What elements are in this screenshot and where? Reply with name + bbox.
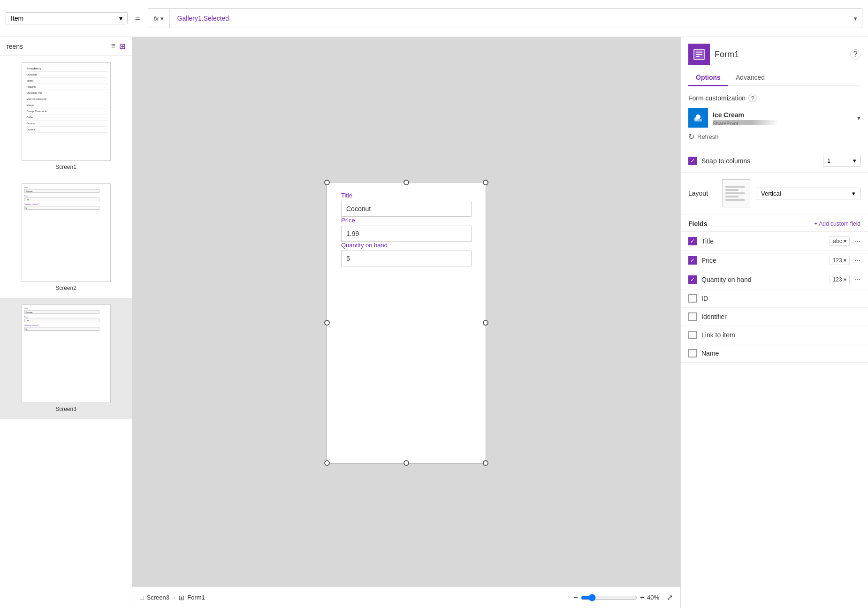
datasource-chevron[interactable]: ▾ [857, 114, 860, 122]
qty-field-input[interactable] [341, 251, 472, 266]
zoom-minus-btn[interactable]: − [573, 593, 578, 602]
handle-bottom-left[interactable] [324, 460, 330, 466]
screen1-item[interactable]: Strawberry Chocolate› Vanilla› Pistachio… [0, 56, 132, 177]
right-panel-header: Form1 ? [681, 37, 868, 65]
equals-sign: = [131, 14, 144, 23]
left-panel-header: reens ≡ ⊞ [0, 37, 132, 56]
price-field-name: Price [701, 257, 825, 264]
field-row-qty: ✓ Quantity on hand 123 ▾ ··· [681, 270, 868, 289]
qty-field-type[interactable]: 123 ▾ [830, 275, 850, 284]
handle-top-right[interactable] [483, 180, 488, 185]
screens-title: reens [7, 43, 23, 50]
price-field-type[interactable]: 123 ▾ [830, 256, 850, 265]
form-breadcrumb-label: Form1 [187, 594, 205, 601]
help-icon[interactable]: ? [850, 49, 860, 60]
field-group-price: Price [341, 217, 472, 242]
price-field-checkbox[interactable]: ✓ [688, 256, 697, 265]
handle-bottom-right[interactable] [483, 460, 488, 466]
qty-field-checkbox[interactable]: ✓ [688, 275, 697, 284]
screen1-thumbnail: Strawberry Chocolate› Vanilla› Pistachio… [22, 62, 111, 161]
handle-top-center[interactable] [404, 180, 409, 185]
formula-chevron[interactable]: ▾ [849, 15, 862, 22]
bottom-bar: □ Screen3 › ⊞ Form1 − + 40% ⤢ [132, 586, 680, 608]
tab-options[interactable]: Options [688, 70, 728, 86]
qty-field-label: Quantity on hand [341, 242, 472, 249]
refresh-row[interactable]: ↻ Refresh [688, 132, 860, 141]
formula-text: Gallery1.Selected [170, 15, 849, 22]
fx-icon: fx [154, 15, 159, 22]
field-group-title: Title [341, 192, 472, 217]
zoom-slider[interactable] [581, 594, 637, 601]
snap-label: Snap to columns [701, 157, 818, 165]
zoom-controls: − + 40% ⤢ [573, 593, 673, 602]
breadcrumb-form[interactable]: ⊞ Form1 [179, 594, 205, 601]
field-row-link: Link to item [681, 326, 868, 344]
screen-breadcrumb-label: Screen3 [146, 594, 169, 601]
form-customization-help[interactable]: ? [748, 94, 757, 102]
name-field-checkbox[interactable] [688, 349, 697, 357]
grid-view-icon[interactable]: ⊞ [119, 42, 125, 51]
layout-value: Vertical [761, 190, 781, 197]
layout-dropdown[interactable]: Vertical ▾ [756, 188, 860, 199]
price-field-menu[interactable]: ··· [854, 256, 860, 265]
screen3-item[interactable]: Title Coconut Price 1.99 Quantity on han… [0, 298, 132, 419]
id-field-checkbox[interactable] [688, 294, 697, 303]
link-field-name: Link to item [701, 331, 860, 339]
screen2-thumbnail: Title Coconut Price 1.99 Quantity on han… [22, 183, 111, 282]
field-row-id: ID [681, 289, 868, 308]
qty-field-menu[interactable]: ··· [854, 275, 860, 284]
handle-mid-left[interactable] [324, 320, 330, 326]
layout-line-3 [725, 192, 745, 194]
zoom-plus-btn[interactable]: + [640, 593, 644, 602]
item-selector[interactable]: Item ▾ [6, 12, 128, 24]
item-dropdown-arrow[interactable]: ▾ [119, 15, 122, 22]
refresh-label: Refresh [697, 133, 719, 140]
layout-preview [722, 179, 750, 207]
right-panel: Form1 ? Options Advanced Form customizat… [680, 37, 868, 608]
layout-row: Layout Vertical ▾ [681, 173, 868, 214]
datasource-subtext: SharePoint [713, 120, 778, 125]
field-row-identifier: Identifier [681, 308, 868, 326]
expand-icon[interactable]: ⤢ [667, 593, 673, 602]
title-field-menu[interactable]: ··· [854, 237, 860, 245]
snap-row: ✓ Snap to columns 1 ▾ [681, 149, 868, 173]
price-field-label: Price [341, 217, 472, 224]
identifier-field-checkbox[interactable] [688, 312, 697, 321]
tab-advanced[interactable]: Advanced [728, 70, 772, 86]
fx-dropdown-arrow[interactable]: ▾ [160, 15, 164, 22]
screen2-label: Screen2 [55, 285, 76, 291]
snap-checkbox[interactable]: ✓ [688, 157, 697, 165]
title-field-input[interactable] [341, 201, 472, 217]
list-view-icon[interactable]: ≡ [111, 42, 115, 51]
datasource-name: Ice Cream [713, 111, 853, 119]
title-field-checkbox[interactable]: ✓ [688, 237, 697, 245]
title-field-type[interactable]: abc ▾ [830, 236, 849, 246]
link-field-checkbox[interactable] [688, 331, 697, 339]
refresh-icon: ↻ [688, 132, 694, 141]
title-field-label: Title [341, 192, 472, 199]
price-field-input[interactable] [341, 226, 472, 242]
add-custom-field-btn[interactable]: + Add custom field [815, 220, 860, 227]
screen-icon: □ [140, 594, 144, 601]
panel-icon-group: ≡ ⊞ [111, 42, 125, 51]
layout-line-5 [725, 199, 745, 201]
breadcrumb-screen[interactable]: □ Screen3 [140, 594, 169, 601]
form-canvas[interactable]: Title Price Quantity on hand [327, 182, 486, 464]
screen2-item[interactable]: Title Coconut Price 1.99 Quantity on han… [0, 177, 132, 298]
handle-top-left[interactable] [324, 180, 330, 185]
qty-field-name: Quantity on hand [701, 276, 825, 283]
handle-bottom-center[interactable] [404, 460, 409, 466]
snap-value-dropdown[interactable]: 1 ▾ [823, 155, 860, 167]
item-label: Item [11, 15, 23, 22]
handle-mid-right[interactable] [483, 320, 488, 326]
main-layout: reens ≡ ⊞ Strawberry Chocolate› Vanilla›… [0, 37, 868, 608]
top-bar: Item ▾ = fx ▾ Gallery1.Selected ▾ [0, 0, 868, 37]
form-customization-label: Form customization [688, 94, 746, 102]
identifier-field-name: Identifier [701, 313, 860, 320]
form-customization-section: Form customization ? Ice Cream SharePoin… [681, 86, 868, 149]
canvas-area: Title Price Quantity on hand □ Screen3 ›… [132, 37, 680, 608]
qty-type-label: 123 [833, 276, 842, 283]
form-breadcrumb-icon: ⊞ [179, 594, 184, 601]
layout-label: Layout [688, 190, 716, 197]
price-type-label: 123 [833, 257, 842, 264]
